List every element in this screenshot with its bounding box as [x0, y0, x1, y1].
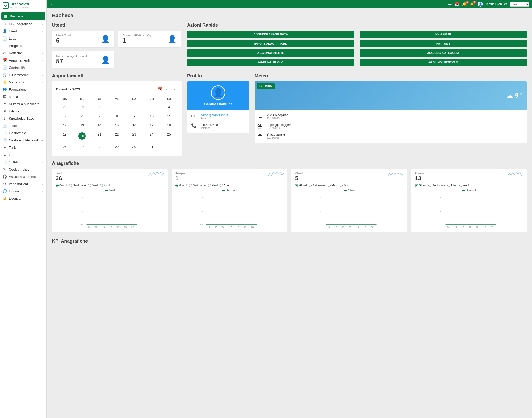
calendar-day[interactable]: 2 [125, 103, 143, 112]
calendar-day[interactable]: 10 [143, 112, 160, 121]
calendar-day[interactable]: 28 [56, 103, 74, 112]
calendar-prev-icon[interactable]: ‹ [163, 85, 170, 93]
sidebar-item-editore[interactable]: 🖥Editore [0, 107, 46, 115]
sidebar-item-knowledge-base[interactable]: ?Knowledge Base [0, 115, 46, 122]
radio-settimane[interactable]: Settimane [189, 184, 206, 187]
calendar-day[interactable]: 31 [143, 142, 160, 151]
calendar-day[interactable]: 9 [125, 112, 143, 121]
radio-giorni[interactable]: Giorni [295, 184, 307, 187]
sidebar-item-ticket[interactable]: 📄Ticket [0, 122, 46, 129]
calendar-day[interactable]: 19 [56, 130, 74, 142]
qa-button-import-anagrafiche[interactable]: IMPORT ANAGRAFICHE [187, 40, 354, 47]
radio-mesi[interactable]: Mesi [208, 184, 218, 187]
sidebar-item-formazione[interactable]: 👥Formazione⌄ [0, 86, 46, 93]
sidebar-item-gestore-di-file-condivisi[interactable]: 📄Gestore di file condivisi [0, 137, 46, 144]
sidebar-item-progetto[interactable]: ≡Progetto⌄ [0, 42, 46, 49]
radio-settimane[interactable]: Settimane [309, 184, 325, 187]
nav-icon: 📄 [3, 138, 7, 142]
sidebar-item-db-anagrafiche[interactable]: +▪DB Anagrafiche⌄ [0, 20, 46, 28]
ana-value: 1 [175, 175, 187, 182]
sidebar-item-gdpr[interactable]: 📄GDPR⌄ [0, 158, 46, 166]
calendar-day[interactable]: 13 [74, 121, 91, 130]
sidebar-item-licenza[interactable]: 🔒Licenza [0, 195, 46, 202]
calendar-day[interactable]: 22 [108, 130, 126, 142]
sidebar-item-utenti[interactable]: 👤Utenti⌄ [0, 28, 46, 35]
calendar-day[interactable]: 1 [160, 142, 178, 151]
qa-button-aggiungi-anagrafica[interactable]: AGGIUNGI ANAGRAFICA [187, 31, 354, 38]
calendar-day[interactable]: 8 [108, 112, 126, 121]
calendar-day[interactable]: 11 [160, 112, 178, 121]
calendar-day[interactable]: 27 [74, 142, 91, 151]
sidebar-item-lingua[interactable]: 🌐Lingua⌄ [0, 187, 46, 195]
calendar-day[interactable]: 30 [91, 103, 108, 112]
calendar-next-icon[interactable]: › [170, 85, 178, 93]
radio-anni[interactable]: Anni [100, 184, 110, 187]
bell-icon-1[interactable]: 🔔0 [462, 2, 467, 6]
calendar-day[interactable]: 25 [160, 130, 178, 142]
calendar-day[interactable]: 29 [74, 103, 91, 112]
calendar-day[interactable]: 7 [91, 112, 108, 121]
sidebar-item-impostazioni[interactable]: ⚙Impostazioni⌄ [0, 180, 46, 187]
calendar-day[interactable]: 18 [160, 121, 178, 130]
sidebar-item-aiutami-a-pubblicare[interactable]: #Aiutami a pubblicare [0, 100, 46, 107]
qa-button-aggiungi-ruolo[interactable]: AGGIUNGI RUOLO [187, 59, 354, 66]
calendar-day[interactable]: 26 [56, 142, 74, 151]
qa-button-aggiungi-categoria[interactable]: AGGIUNGI CATEGORIA [360, 49, 527, 57]
sidebar-item-notifiche[interactable]: ▭Notifiche⌄ [0, 49, 46, 57]
language-select[interactable]: Italian [510, 2, 529, 7]
calendar-day[interactable]: 30 [125, 142, 143, 151]
calendar-day[interactable]: 5 [56, 112, 74, 121]
calendar-add-icon[interactable]: + [149, 85, 156, 93]
radio-giorni[interactable]: Giorni [56, 184, 67, 187]
radio-mesi[interactable]: Mesi [447, 184, 457, 187]
radio-anni[interactable]: Anni [459, 184, 469, 187]
qa-button-invia-email[interactable]: INVIA EMAIL [360, 31, 527, 38]
calendar-day[interactable]: 20 [74, 130, 91, 142]
sidebar-item-lead[interactable]: 📄Lead⌄ [0, 35, 46, 42]
qa-button-aggiungi-articolo[interactable]: AGGIUNGI ARTICOLO [360, 59, 527, 66]
sidebar-item-e-commerce[interactable]: 🛒E-Commerce⌄ [0, 71, 46, 78]
calendar-day[interactable]: 15 [108, 121, 126, 130]
profile-email[interactable]: demo@brentasoft.it [201, 113, 228, 117]
calendar-day[interactable]: 28 [91, 142, 108, 151]
calendar-day[interactable]: 23 [125, 130, 143, 142]
calendar-day[interactable]: 16 [125, 121, 143, 130]
calendar-icon[interactable]: 📅 [455, 2, 459, 6]
radio-giorni[interactable]: Giorni [415, 184, 426, 187]
sidebar-item-appuntamenti[interactable]: 📅Appuntamenti⌄ [0, 57, 46, 64]
sidebar-item-task[interactable]: ≡Task [0, 144, 46, 151]
calendar-day[interactable]: 29 [108, 142, 126, 151]
user-menu[interactable]: 👤 Gentile Gianluca [478, 2, 508, 7]
calendar-day[interactable]: 24 [143, 130, 160, 142]
brand-logo[interactable]: BrentaSoft Un sospiro di sollievo [0, 0, 46, 11]
bell-icon-2[interactable]: 🔔2 [470, 2, 474, 6]
radio-anni[interactable]: Anni [220, 184, 229, 187]
qa-button-aggiungi-utente[interactable]: AGGIUNGI UTENTE [187, 49, 354, 57]
calendar-day[interactable]: 21 [91, 130, 108, 142]
calendar-day[interactable]: 4 [160, 103, 178, 112]
back-icon[interactable]: |← [49, 2, 55, 6]
sidebar-item-cookie-policy[interactable]: ✎Cookie Policy [0, 166, 46, 173]
calendar-day[interactable]: 17 [143, 121, 160, 130]
radio-giorni[interactable]: Giorni [175, 184, 187, 187]
radio-mesi[interactable]: Mesi [328, 184, 337, 187]
sidebar-item-bacheca[interactable]: ▦Bacheca [1, 12, 45, 20]
chat-icon[interactable]: ▬ [448, 2, 451, 6]
radio-settimane[interactable]: Settimane [69, 184, 86, 187]
radio-mesi[interactable]: Mesi [88, 184, 98, 187]
calendar-today-icon[interactable]: 📅 [156, 85, 163, 93]
calendar-day[interactable]: 12 [56, 121, 74, 130]
calendar-day[interactable]: 3 [143, 103, 160, 112]
calendar-day[interactable]: 14 [91, 121, 108, 130]
radio-anni[interactable]: Anni [340, 184, 349, 187]
sidebar-item-log[interactable]: ≡Log [0, 151, 46, 158]
radio-settimane[interactable]: Settimane [428, 184, 445, 187]
sidebar-item-assistenza-tecnica[interactable]: 🎧Assistenza Tecnica [0, 173, 46, 180]
calendar-day[interactable]: 1 [108, 103, 126, 112]
sidebar-item-gestore-file[interactable]: 📄Gestore file [0, 129, 46, 137]
calendar-day[interactable]: 6 [74, 112, 91, 121]
sidebar-item-magazzino[interactable]: ⭐Magazzino⌄ [0, 78, 46, 86]
sidebar-item-media[interactable]: 🖼Media⌄ [0, 93, 46, 100]
qa-button-invia-sms[interactable]: INVIA SMS [360, 40, 527, 47]
sidebar-item-contabilità[interactable]: 📄Contabilità⌄ [0, 64, 46, 71]
